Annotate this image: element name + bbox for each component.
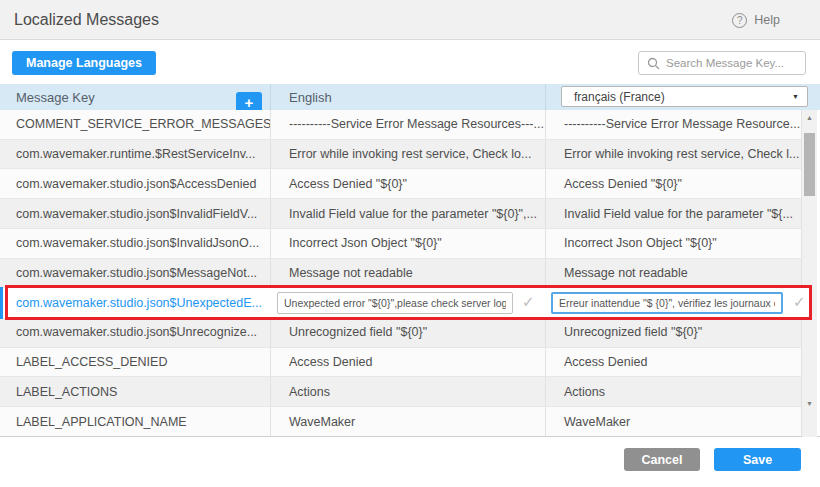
arrow-up-icon[interactable]: ▲ xyxy=(802,114,817,121)
checkmark-icon[interactable]: ✓ xyxy=(793,293,806,311)
message-key-cell: LABEL_ACTIONS xyxy=(0,385,270,399)
chevron-down-icon: ▼ xyxy=(792,93,799,100)
column-header-message-key: Message Key + xyxy=(0,90,270,105)
editing-row[interactable]: com.wavemaker.studio.json$UnexpectedE...… xyxy=(0,288,812,318)
manage-languages-button[interactable]: Manage Languages xyxy=(12,51,156,75)
table-row[interactable]: com.wavemaker.studio.json$Unrecognize...… xyxy=(0,318,802,348)
french-cell: Invalid Field value for the parameter "$… xyxy=(545,199,801,228)
message-key-cell: com.wavemaker.studio.json$MessageNot... xyxy=(0,266,270,280)
table-row[interactable]: LABEL_ACTIONSActionsActions xyxy=(0,377,802,407)
table-row[interactable]: LABEL_ACCESS_DENIEDAccess DeniedAccess D… xyxy=(0,348,802,378)
french-cell: Actions xyxy=(545,377,801,406)
save-button[interactable]: Save xyxy=(714,448,801,471)
english-cell: Actions xyxy=(270,377,545,406)
english-cell: Incorrect Json Object "${0}" xyxy=(270,229,545,258)
english-cell: Error while invoking rest service, Check… xyxy=(270,140,545,169)
table-row[interactable]: com.wavemaker.runtime.$RestServiceInv...… xyxy=(0,140,802,170)
plus-icon: + xyxy=(245,94,254,111)
french-cell: Error while invoking rest service, Check… xyxy=(545,140,801,169)
english-message-input[interactable] xyxy=(277,292,513,314)
table-row[interactable]: com.wavemaker.studio.json$MessageNot...M… xyxy=(0,259,802,289)
message-key-cell: com.wavemaker.runtime.$RestServiceInv... xyxy=(0,147,270,161)
grid-body: COMMENT_SERVICE_ERROR_MESSAGES----------… xyxy=(0,110,820,437)
french-cell: Access Denied "${0}" xyxy=(545,169,801,198)
english-cell: Invalid Field value for the parameter "$… xyxy=(270,199,545,228)
message-key-cell: com.wavemaker.studio.json$AccessDenied xyxy=(0,177,270,191)
language-dropdown-value: français (France) xyxy=(574,90,665,104)
cancel-button[interactable]: Cancel xyxy=(624,448,700,471)
english-cell: Access Denied xyxy=(270,348,545,377)
french-cell: Unrecognized field "${0}" xyxy=(545,318,801,347)
search-icon xyxy=(647,57,660,70)
table-row[interactable]: LABEL_APPLICATION_NAMEWaveMakerWaveMaker xyxy=(0,407,802,437)
message-key-cell: com.wavemaker.studio.json$UnexpectedE... xyxy=(0,296,270,310)
message-key-link[interactable]: com.wavemaker.studio.json$UnexpectedE... xyxy=(16,296,262,310)
page-title: Localized Messages xyxy=(14,11,159,29)
checkmark-icon[interactable]: ✓ xyxy=(522,293,535,311)
table-row[interactable]: com.wavemaker.studio.json$InvalidJsonO..… xyxy=(0,229,802,259)
search-input[interactable] xyxy=(666,57,797,69)
message-key-cell: com.wavemaker.studio.json$Unrecognize... xyxy=(0,325,270,339)
help-label: Help xyxy=(754,13,780,27)
footer: Cancel Save xyxy=(0,437,820,487)
message-key-cell: COMMENT_SERVICE_ERROR_MESSAGES xyxy=(0,117,270,131)
help-button[interactable]: ? Help xyxy=(732,0,780,40)
message-key-cell: com.wavemaker.studio.json$InvalidJsonO..… xyxy=(0,236,270,250)
scrollbar-thumb[interactable] xyxy=(804,133,815,196)
french-cell: ----------Service Error Message Resource… xyxy=(545,110,801,139)
french-cell: Access Denied xyxy=(545,348,801,377)
titlebar: Localized Messages ? Help xyxy=(0,0,820,40)
toolbar: Manage Languages xyxy=(0,41,820,84)
english-cell: WaveMaker xyxy=(270,407,545,436)
question-circle-icon: ? xyxy=(732,13,747,28)
english-cell: Access Denied "${0}" xyxy=(270,169,545,198)
arrow-down-icon[interactable]: ▼ xyxy=(802,400,817,407)
french-message-input[interactable] xyxy=(551,292,783,314)
column-header-english: English xyxy=(270,84,545,110)
search-box[interactable] xyxy=(638,51,806,75)
table-row[interactable]: COMMENT_SERVICE_ERROR_MESSAGES----------… xyxy=(0,110,802,140)
table-row[interactable]: com.wavemaker.studio.json$InvalidFieldV.… xyxy=(0,199,802,229)
table-header: Message Key + English français (France) … xyxy=(0,84,820,110)
english-cell: ----------Service Error Message Resource… xyxy=(270,110,545,139)
english-cell: Unrecognized field "${0}" xyxy=(270,318,545,347)
french-cell: Incorrect Json Object "${0}" xyxy=(545,229,801,258)
english-cell: Message not readable xyxy=(270,259,545,288)
message-key-cell: LABEL_APPLICATION_NAME xyxy=(0,415,270,429)
selected-row-indicator xyxy=(0,287,3,319)
french-cell: WaveMaker xyxy=(545,407,801,436)
message-key-cell: LABEL_ACCESS_DENIED xyxy=(0,355,270,369)
localized-messages-dialog: Localized Messages ? Help Manage Languag… xyxy=(0,0,820,487)
table-row[interactable]: com.wavemaker.studio.json$AccessDeniedAc… xyxy=(0,169,802,199)
language-dropdown[interactable]: français (France) ▼ xyxy=(561,86,808,107)
french-cell: Message not readable xyxy=(545,259,801,288)
vertical-scrollbar[interactable]: ▲ ▼ xyxy=(802,110,817,437)
column-header-language: français (France) ▼ xyxy=(545,84,820,110)
message-key-cell: com.wavemaker.studio.json$InvalidFieldV.… xyxy=(0,207,270,221)
